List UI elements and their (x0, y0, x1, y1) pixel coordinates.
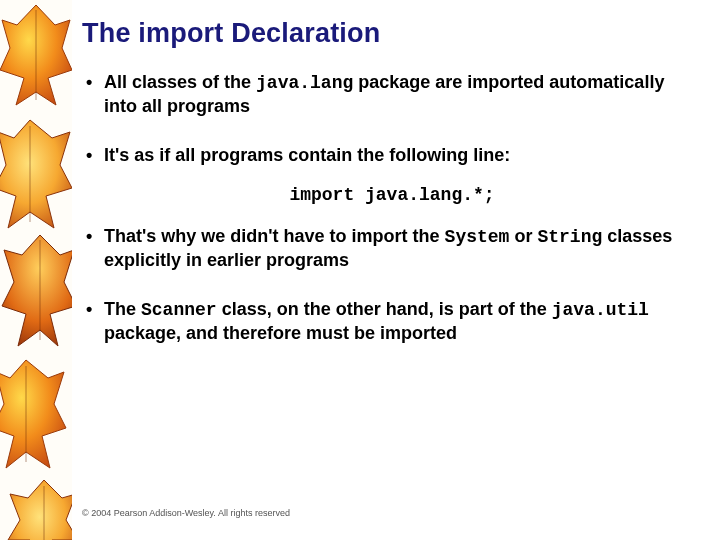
text-fragment: That's why we didn't have to import the (104, 226, 445, 246)
bullet-list: All classes of the java.lang package are… (82, 71, 702, 167)
copyright-footer: © 2004 Pearson Addison-Wesley. All right… (82, 508, 290, 518)
text-fragment: It's as if all programs contain the foll… (104, 145, 510, 165)
text-fragment: or (509, 226, 537, 246)
text-fragment: All classes of the (104, 72, 256, 92)
bullet-3: That's why we didn't have to import the … (82, 225, 702, 272)
inline-code: String (537, 227, 602, 247)
bullet-1: All classes of the java.lang package are… (82, 71, 702, 118)
text-fragment: package, and therefore must be imported (104, 323, 457, 343)
inline-code: Scanner (141, 300, 217, 320)
text-fragment: The (104, 299, 141, 319)
code-sample: import java.lang.*; (82, 185, 702, 205)
leaves-graphic (0, 0, 72, 540)
bullet-4: The Scanner class, on the other hand, is… (82, 298, 702, 345)
text-fragment: class, on the other hand, is part of the (217, 299, 552, 319)
inline-code: java.util (552, 300, 649, 320)
slide-title: The import Declaration (82, 18, 702, 49)
bullet-list-2: That's why we didn't have to import the … (82, 225, 702, 345)
inline-code: System (445, 227, 510, 247)
slide-content: The import Declaration All classes of th… (82, 18, 702, 371)
bullet-2: It's as if all programs contain the foll… (82, 144, 702, 167)
inline-code: java.lang (256, 73, 353, 93)
decorative-sidebar (0, 0, 72, 540)
